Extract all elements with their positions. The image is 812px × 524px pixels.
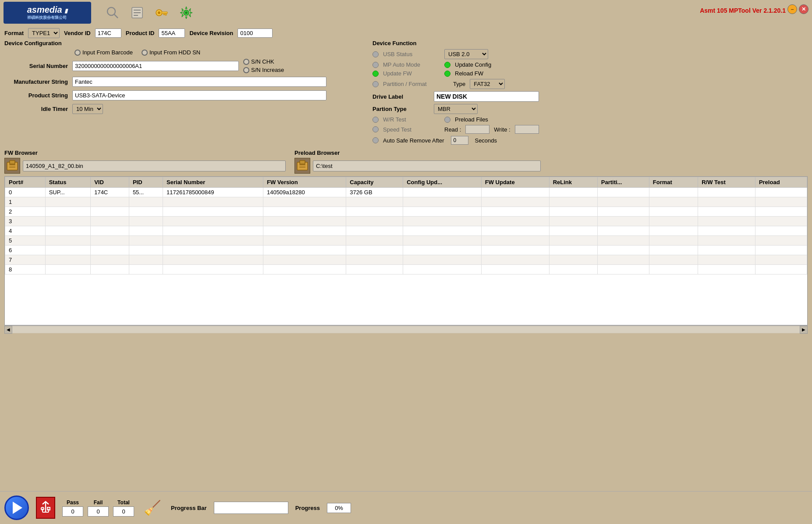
usb-status-select[interactable]: USB 2.0	[444, 49, 488, 59]
col-config-upd: Config Upd...	[403, 177, 482, 188]
device-revision-input[interactable]	[238, 29, 273, 38]
usb-status-row: USB Status USB 2.0	[372, 49, 808, 59]
input-from-barcode-radio[interactable]: Input From Barcode	[74, 49, 133, 56]
play-button[interactable]	[4, 495, 29, 520]
fw-browser-icon[interactable]	[4, 158, 20, 174]
table-cell	[649, 197, 698, 207]
input-from-hdd-sn-radio[interactable]: Input From HDD SN	[142, 49, 200, 56]
preload-files-led	[444, 117, 450, 123]
table-cell: 174C	[91, 188, 129, 197]
table-cell	[129, 265, 163, 274]
table-cell	[263, 197, 346, 207]
table-cell	[91, 217, 129, 226]
update-fw-row: Update FW Reload FW	[372, 70, 808, 77]
fw-browser-input[interactable]	[23, 160, 286, 171]
table-cell	[698, 246, 755, 255]
update-fw-led	[372, 71, 379, 77]
manufacturer-string-input[interactable]	[72, 77, 326, 87]
auto-safe-remove-input[interactable]	[451, 136, 468, 145]
table-cell	[597, 246, 649, 255]
scroll-track[interactable]	[12, 327, 800, 333]
col-port: Port#	[5, 177, 46, 188]
fail-stat: Fail	[88, 499, 109, 517]
table-cell	[346, 265, 403, 274]
table-cell: 140509a18280	[263, 188, 346, 197]
table-cell	[597, 265, 649, 274]
top-config: Format TYPE1 Vendor ID Product ID Device…	[4, 28, 808, 38]
write-input[interactable]	[515, 125, 539, 134]
product-id-input[interactable]	[159, 29, 185, 38]
partion-type-select[interactable]: MBR	[434, 104, 478, 114]
barcode-label: Input From Barcode	[82, 49, 133, 56]
table-cell	[698, 265, 755, 274]
mp-auto-mode-label: MP Auto Mode	[383, 61, 440, 68]
table-cell	[698, 255, 755, 265]
product-string-label: Product String	[4, 92, 72, 99]
edit-icon[interactable]	[128, 4, 146, 22]
table-cell	[263, 255, 346, 265]
table-row: 1	[5, 197, 807, 207]
table-cell: SUP...	[45, 188, 91, 197]
table-cell	[129, 207, 163, 217]
close-button[interactable]: ✕	[799, 4, 808, 14]
table-cell	[163, 197, 263, 207]
preload-browser-input[interactable]	[313, 160, 541, 171]
table-cell	[481, 197, 549, 207]
speed-test-row: Speed Test Read : Write :	[372, 125, 808, 134]
table-cell: 8	[5, 265, 46, 274]
sn-increase-option[interactable]: S/N Increase	[243, 67, 284, 73]
mp-auto-mode-led	[372, 62, 379, 68]
read-label: Read :	[444, 126, 461, 133]
table-cell	[755, 197, 807, 207]
table-cell	[597, 226, 649, 236]
settings-icon[interactable]	[177, 4, 195, 22]
sn-increase-label: S/N Increase	[251, 67, 284, 73]
sn-chk-option[interactable]: S/N CHK	[243, 58, 284, 65]
serial-number-input[interactable]	[72, 61, 239, 71]
table-cell: 5	[5, 236, 46, 246]
table-cell	[346, 246, 403, 255]
table-cell	[263, 236, 346, 246]
fail-label: Fail	[94, 499, 103, 506]
table-cell	[549, 188, 597, 197]
partition-format-row: Partition / Format Type FAT32	[372, 79, 808, 89]
product-id-label: Product ID	[126, 30, 155, 36]
table-cell	[263, 226, 346, 236]
search-icon[interactable]	[103, 4, 122, 22]
device-config-section: Device Configuration Input From Barcode …	[4, 40, 808, 147]
table-cell	[91, 255, 129, 265]
table-cell	[481, 188, 549, 197]
vendor-id-input[interactable]	[95, 29, 121, 38]
minimize-button[interactable]: –	[787, 4, 797, 14]
col-serial: Serial Number	[163, 177, 263, 188]
read-input[interactable]	[465, 125, 489, 134]
format-select[interactable]: TYPE1	[28, 28, 60, 38]
table-cell	[346, 255, 403, 265]
drive-label-row: Drive Label	[372, 91, 808, 102]
auto-safe-remove-led	[372, 137, 379, 143]
table-row: 8	[5, 265, 807, 274]
horizontal-scrollbar[interactable]: ◀ ▶	[4, 325, 808, 333]
table-cell	[698, 217, 755, 226]
partition-format-label: Partition / Format	[383, 81, 440, 87]
drive-label-input[interactable]	[434, 91, 539, 102]
table-cell	[649, 265, 698, 274]
product-string-input[interactable]	[72, 90, 326, 100]
scroll-right-arrow[interactable]: ▶	[800, 326, 808, 334]
type-select[interactable]: FAT32	[470, 79, 505, 89]
preload-browser-icon[interactable]	[294, 158, 310, 174]
update-config-label: Update Config	[455, 61, 491, 68]
table-cell	[698, 207, 755, 217]
table-row: 0SUP...174C55...117261785000849140509a18…	[5, 188, 807, 197]
key-icon[interactable]	[152, 4, 171, 22]
table-cell	[45, 226, 91, 236]
idle-timer-select[interactable]: 10 Min	[72, 104, 103, 114]
table-cell: 4	[5, 226, 46, 236]
col-partition: Partiti...	[597, 177, 649, 188]
table-cell	[597, 236, 649, 246]
table-cell	[403, 188, 482, 197]
scroll-left-arrow[interactable]: ◀	[4, 326, 12, 334]
table-cell: 2	[5, 207, 46, 217]
speed-test-led	[372, 126, 379, 132]
reload-fw-led	[444, 71, 450, 77]
